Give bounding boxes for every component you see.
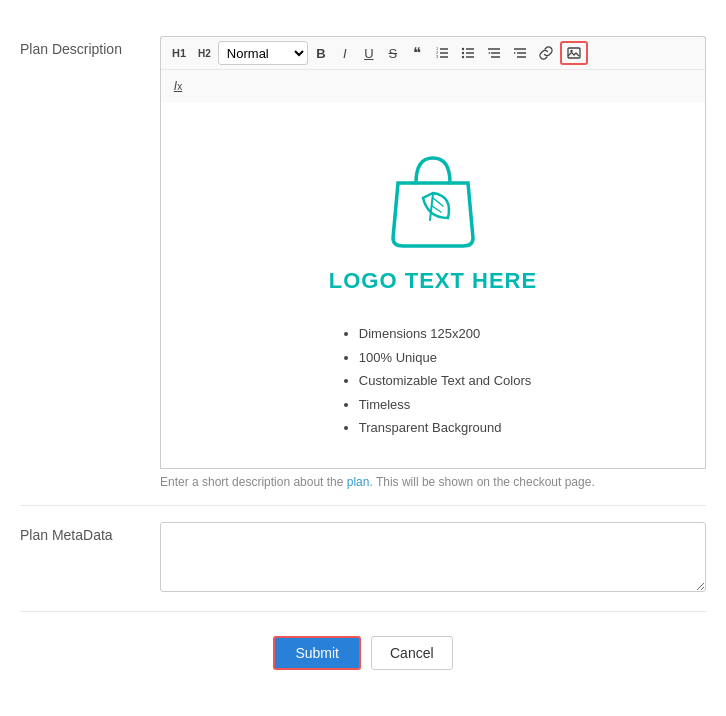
feature-list-item: Transparent Background (359, 418, 531, 438)
feature-list-item: Dimensions 125x200 (359, 324, 531, 344)
metadata-textarea[interactable] (160, 522, 706, 592)
toolbar-row-1: H1 H2 Normal Heading 1 Heading 2 Heading… (161, 37, 705, 69)
plan-link[interactable]: plan (347, 475, 370, 489)
image-button[interactable] (560, 41, 588, 65)
plan-metadata-label: Plan MetaData (20, 522, 160, 546)
plan-metadata-control (160, 522, 706, 595)
link-button[interactable] (534, 41, 558, 65)
svg-marker-15 (488, 52, 490, 54)
heading2-button[interactable]: H2 (193, 41, 216, 65)
italic-button[interactable]: I (334, 41, 356, 65)
logo-text: LOGO TEXT HERE (329, 268, 537, 294)
feature-list-item: Timeless (359, 395, 531, 415)
plan-metadata-row: Plan MetaData (20, 506, 706, 612)
svg-point-9 (462, 48, 464, 50)
clear-format-button[interactable]: Ix (167, 74, 189, 98)
blockquote-button[interactable]: ❝ (406, 41, 428, 65)
feature-list-item: Customizable Text and Colors (359, 371, 531, 391)
svg-point-11 (462, 56, 464, 58)
cancel-button[interactable]: Cancel (371, 636, 453, 670)
form-actions: Submit Cancel (20, 612, 706, 680)
plan-description-row: Plan Description H1 H2 Normal Heading 1 … (20, 20, 706, 506)
underline-button[interactable]: U (358, 41, 380, 65)
feature-list-item: 100% Unique (359, 348, 531, 368)
indent-button[interactable] (508, 41, 532, 65)
plan-description-label: Plan Description (20, 36, 160, 60)
ordered-list-button[interactable]: 1 2 3 (430, 41, 454, 65)
outdent-button[interactable] (482, 41, 506, 65)
editor-content-area[interactable]: LOGO TEXT HERE Dimensions 125x200100% Un… (160, 102, 706, 469)
toolbar-row-2: Ix (161, 69, 705, 102)
svg-marker-19 (514, 52, 516, 54)
plan-description-editor: H1 H2 Normal Heading 1 Heading 2 Heading… (160, 36, 706, 489)
logo-container: LOGO TEXT HERE Dimensions 125x200100% Un… (329, 118, 537, 452)
svg-rect-20 (568, 48, 580, 58)
editor-hint: Enter a short description about the plan… (160, 475, 706, 489)
submit-button[interactable]: Submit (273, 636, 361, 670)
logo-image (378, 138, 488, 258)
editor-toolbar: H1 H2 Normal Heading 1 Heading 2 Heading… (160, 36, 706, 102)
heading1-button[interactable]: H1 (167, 41, 191, 65)
strikethrough-button[interactable]: S (382, 41, 404, 65)
feature-list: Dimensions 125x200100% UniqueCustomizabl… (359, 324, 531, 442)
svg-text:3: 3 (436, 54, 439, 59)
unordered-list-button[interactable] (456, 41, 480, 65)
bold-button[interactable]: B (310, 41, 332, 65)
svg-point-21 (570, 50, 572, 52)
svg-point-10 (462, 52, 464, 54)
format-select[interactable]: Normal Heading 1 Heading 2 Heading 3 (218, 41, 308, 65)
